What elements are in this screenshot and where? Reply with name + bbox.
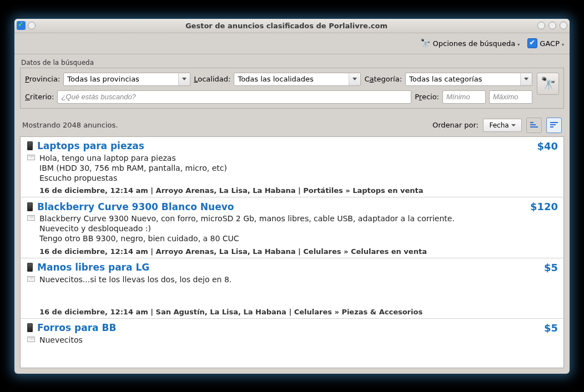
- listing-price: $5: [544, 322, 558, 334]
- listing-description: Blackberry Curve 9300 Nuevo, con forro, …: [39, 213, 558, 244]
- precio-label: Precio:: [415, 93, 439, 101]
- chevron-down-icon: [182, 78, 187, 80]
- listing-description: Hola, tengo una laptop para piezas IBM (…: [39, 153, 558, 184]
- listing-item[interactable]: Blackberry Curve 9300 Blanco Nuevo $120 …: [21, 197, 563, 258]
- price-max-input[interactable]: [489, 90, 532, 104]
- results-list[interactable]: Laptops para piezas $40 Hola, tengo una …: [20, 136, 564, 368]
- gacp-menu[interactable]: GACP ▾: [527, 38, 564, 48]
- sort-select[interactable]: Fecha: [483, 119, 522, 132]
- search-options-menu[interactable]: 🔭 Opciones de búsqueda ▾: [420, 38, 520, 48]
- listing-title: Laptops para piezas: [37, 140, 532, 151]
- listing-title: Manos libres para LG: [37, 262, 540, 273]
- phone-icon: [27, 202, 33, 211]
- chevron-down-icon: [524, 78, 528, 80]
- provincia-label: Provincia:: [25, 75, 60, 83]
- phone-icon: [27, 263, 33, 272]
- chevron-down-icon: ▾: [517, 42, 520, 47]
- listing-meta: 16 de diciembre, 12:14 am | Arroyo Arena…: [27, 247, 558, 256]
- listing-price: $40: [537, 140, 558, 152]
- envelope-icon: [27, 215, 35, 221]
- categoria-value: Todas las categorías: [409, 75, 482, 83]
- search-section-label: Datos de la búsqueda: [20, 59, 564, 67]
- phone-icon: [27, 141, 33, 150]
- categoria-label: Categoría:: [364, 75, 402, 83]
- chevron-down-icon: ▾: [562, 42, 564, 47]
- search-frame: Provincia: Todas las provincias Localida…: [20, 68, 564, 109]
- provincia-select[interactable]: Todas las provincias: [63, 73, 190, 86]
- gacp-check-icon: [527, 38, 537, 48]
- listing-title: Forros para BB: [37, 322, 540, 333]
- search-button[interactable]: 🔭: [537, 73, 559, 95]
- sort-label: Ordenar por:: [432, 121, 479, 129]
- listing-item[interactable]: Forros para BB $5 Nuevecitos: [21, 318, 563, 347]
- results-list-wrap: Laptops para piezas $40 Hola, tengo una …: [14, 136, 570, 374]
- results-count: Mostrando 2048 anuncios.: [22, 121, 428, 129]
- gacp-label: GACP: [540, 39, 560, 48]
- maximize-button[interactable]: [548, 22, 556, 29]
- sort-desc-button[interactable]: [546, 118, 562, 133]
- categoria-select[interactable]: Todas las categorías: [405, 73, 532, 86]
- envelope-icon: [27, 155, 35, 160]
- sort-asc-button[interactable]: [526, 118, 542, 133]
- window-title: Gestor de anuncios clasificados de Porla…: [36, 22, 537, 30]
- titlebar-button[interactable]: [28, 22, 36, 29]
- app-icon: [17, 21, 26, 30]
- sort-value: Fecha: [489, 121, 509, 129]
- listing-item[interactable]: Manos libres para LG $5 Nuevecitos...si …: [21, 258, 563, 318]
- envelope-icon: [27, 337, 35, 342]
- provincia-value: Todas las provincias: [67, 75, 139, 83]
- binoculars-icon: 🔭: [541, 77, 556, 90]
- listing-description: Nuevecitos...si te los llevas los dos, l…: [39, 274, 558, 304]
- close-button[interactable]: [560, 22, 567, 29]
- localidad-value: Todas las localidades: [238, 75, 313, 83]
- sort-desc-icon: [550, 121, 558, 129]
- listing-price: $5: [544, 262, 558, 273]
- listing-title: Blackberry Curve 9300 Blanco Nuevo: [37, 201, 526, 212]
- localidad-select[interactable]: Todas las localidades: [234, 73, 361, 86]
- criterio-label: Criterio:: [25, 93, 54, 101]
- app-window: Gestor de anuncios clasificados de Porla…: [14, 19, 570, 374]
- search-panel: Datos de la búsqueda Provincia: Todas la…: [20, 59, 564, 109]
- envelope-icon: [27, 276, 35, 282]
- listing-meta: 16 de diciembre, 12:14 am | San Agustín,…: [27, 308, 558, 316]
- localidad-label: Localidad:: [194, 75, 230, 83]
- listing-description: Nuevecitos: [39, 335, 558, 345]
- search-input[interactable]: [57, 90, 411, 104]
- price-min-input[interactable]: [442, 90, 486, 104]
- results-bar: Mostrando 2048 anuncios. Ordenar por: Fe…: [14, 109, 570, 136]
- listing-price: $120: [530, 201, 558, 212]
- phone-icon: [27, 323, 33, 332]
- toolbar: 🔭 Opciones de búsqueda ▾ GACP ▾: [14, 33, 570, 54]
- minimize-button[interactable]: [537, 22, 545, 29]
- titlebar: Gestor de anuncios clasificados de Porla…: [14, 19, 570, 33]
- sort-asc-icon: [530, 121, 538, 129]
- listing-item[interactable]: Laptops para piezas $40 Hola, tengo una …: [21, 137, 563, 197]
- search-options-label: Opciones de búsqueda: [433, 39, 516, 48]
- listing-meta: 16 de diciembre, 12:14 am | Arroyo Arena…: [27, 186, 558, 195]
- binoculars-icon: 🔭: [420, 38, 431, 48]
- chevron-down-icon: [511, 124, 516, 126]
- chevron-down-icon: [353, 78, 357, 80]
